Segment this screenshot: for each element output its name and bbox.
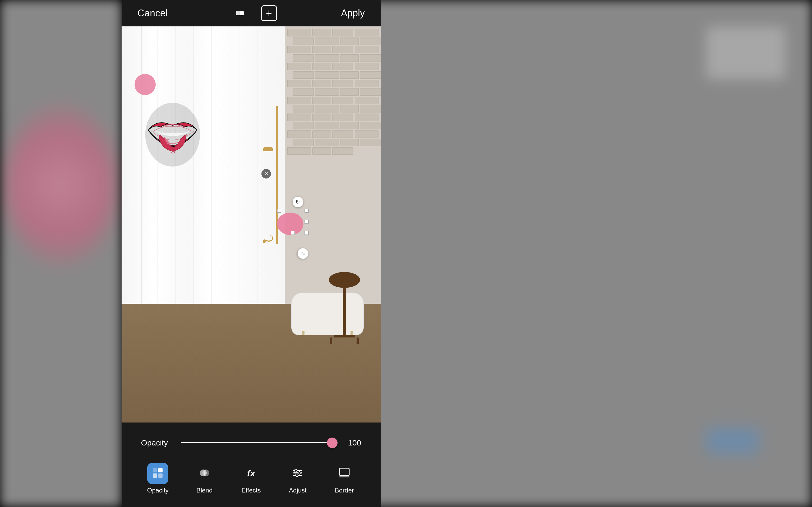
eraser-icon (234, 6, 246, 20)
handle-middle-right[interactable] (305, 220, 309, 224)
selection-handles (277, 209, 309, 235)
rotate-button[interactable]: ↻ (293, 197, 303, 207)
handle-bottom-right[interactable] (305, 231, 309, 235)
handle-top-right[interactable] (305, 209, 309, 213)
tab-opacity-label: Opacity (147, 487, 169, 494)
tab-border-icon-wrapper (334, 463, 355, 484)
tab-opacity-icon-wrapper (147, 463, 168, 484)
opacity-row: Opacity 100 (141, 438, 361, 447)
eraser-button[interactable] (231, 4, 249, 22)
tab-adjust[interactable]: Adjust (282, 463, 313, 494)
adjust-tab-icon (292, 467, 304, 480)
tab-adjust-icon-wrapper (287, 463, 308, 484)
plus-icon: + (261, 5, 277, 21)
opacity-value: 100 (346, 438, 361, 447)
svg-rect-11 (158, 468, 162, 472)
toolbar: Cancel + Apply (121, 0, 380, 26)
photo-background: ✕ ↻ ⤡ (121, 26, 380, 422)
rotate-icon: ↻ (296, 199, 300, 205)
scale-icon: ⤡ (301, 250, 305, 257)
delete-sticker-button[interactable]: ✕ (261, 169, 271, 178)
close-icon: ✕ (264, 170, 268, 177)
opacity-slider-fill (181, 442, 338, 443)
svg-line-5 (167, 132, 168, 136)
apply-button[interactable]: Apply (341, 8, 365, 19)
svg-point-20 (296, 474, 298, 476)
pink-circle-decoration (135, 74, 156, 95)
bottom-controls: Opacity 100 (121, 422, 380, 507)
blend-tab-icon (199, 467, 211, 480)
cancel-button[interactable]: Cancel (138, 8, 168, 19)
svg-rect-12 (158, 473, 162, 478)
add-sticker-button[interactable]: + (260, 4, 278, 22)
handle-bottom-center[interactable] (291, 231, 295, 235)
tab-blend-label: Blend (196, 487, 212, 494)
tab-effects[interactable]: fx Effects (235, 463, 267, 494)
opacity-slider-thumb[interactable] (327, 438, 338, 448)
handle-top-left[interactable] (277, 209, 281, 213)
svg-line-7 (177, 132, 178, 136)
svg-point-18 (295, 469, 297, 472)
tab-blend-icon-wrapper (194, 463, 215, 484)
opacity-slider-track[interactable] (181, 442, 338, 443)
svg-rect-21 (340, 468, 349, 475)
tab-blend[interactable]: Blend (189, 463, 220, 494)
bottom-tabs: Opacity Blend fx (135, 463, 368, 494)
tab-border[interactable]: Border (328, 463, 360, 494)
opacity-label: Opacity (141, 438, 173, 447)
brick-wall (285, 26, 380, 304)
tab-opacity[interactable]: Opacity (142, 463, 174, 494)
svg-rect-10 (153, 473, 157, 478)
main-panel: Cancel + Apply (121, 0, 380, 507)
effects-tab-icon: fx (247, 468, 255, 478)
opacity-tab-icon (152, 467, 164, 480)
tab-adjust-label: Adjust (289, 487, 307, 494)
svg-point-14 (202, 469, 209, 476)
svg-rect-9 (153, 468, 157, 472)
svg-rect-1 (236, 11, 240, 15)
toolbar-icons: + (231, 4, 278, 22)
border-tab-icon (338, 467, 351, 480)
tab-border-label: Border (335, 487, 354, 494)
tab-effects-icon-wrapper: fx (241, 463, 262, 484)
canvas-area[interactable]: ✕ ↻ ⤡ (121, 26, 380, 422)
svg-point-19 (298, 471, 301, 474)
stool (329, 272, 360, 351)
lips-sticker[interactable] (142, 98, 203, 172)
tab-effects-label: Effects (242, 487, 261, 494)
bg-blur-left (0, 0, 121, 507)
